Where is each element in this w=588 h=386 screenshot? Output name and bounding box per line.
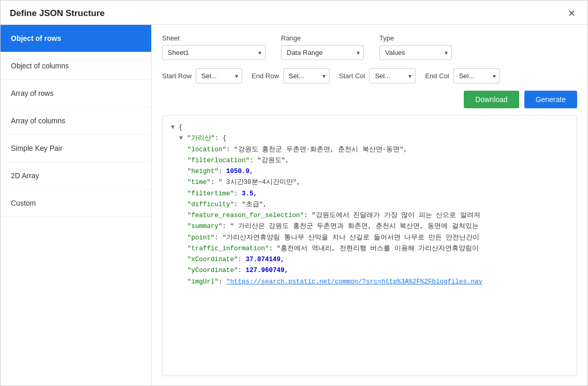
end-col-label: End Col [425,72,449,80]
json-line-summary: "summary": " 가리산은 강원도 홍천군 두촌면과 화촌면, 춘천시 … [171,221,568,232]
imgurl-link[interactable]: "https://search.pstatic.net/common/?src=… [226,278,482,285]
controls-row-1: Sheet Sheet1 ▾ Range Data Range [162,34,577,60]
toggle-root[interactable]: ▼ [171,124,179,131]
start-row-select[interactable]: Sel... [196,68,242,83]
range-select-wrapper: Data Range ▾ [281,45,364,60]
end-row-select-wrapper: Sel... ▾ [283,68,330,83]
action-row: Download Generate [162,91,577,108]
json-line-height: "height": 1050.9, [171,166,568,177]
range-select[interactable]: Data Range [281,45,364,60]
range-label: Range [281,34,364,42]
sheet-select-wrapper: Sheet1 ▾ [162,45,266,60]
json-line-time: "time": " 3시간30분~4시간미만", [171,177,568,188]
sheet-label: Sheet [162,34,266,42]
type-control-group: Type Values ▾ [379,34,452,60]
sidebar-item-object-of-columns[interactable]: Object of columns [1,52,151,80]
end-row-select[interactable]: Sel... [283,68,330,83]
json-line-filterlocation: "filterlocation": "강원도", [171,155,568,166]
dialog-title-bar: Define JSON Structure ✕ [1,1,587,25]
end-row-label: End Row [252,72,279,80]
sidebar-item-custom[interactable]: Custom [1,190,151,217]
json-line-xcoord: "xCoordinate": 37.874149, [171,254,568,265]
json-line-difficulty: "difficulty": "초급", [171,199,568,210]
json-line-location: "location": "강원도 홍천군 두촌면·화촌면, 춘천시 북산면·동면… [171,145,568,155]
toggle-garisan[interactable]: ▼ [179,135,187,142]
sidebar-item-array-of-rows[interactable]: Array of rows [1,80,151,107]
sidebar-item-simple-key-pair[interactable]: Simple Key Pair [1,135,151,162]
start-row-select-wrapper: Sel... ▾ [196,68,242,83]
generate-button[interactable]: Generate [524,91,577,108]
json-line-traffic: "traffic_information": "홍천에서 역내리, 천현리행 버… [171,244,568,254]
sheet-select[interactable]: Sheet1 [162,45,266,60]
type-select[interactable]: Values [379,45,452,60]
sidebar: Object of rows Object of columns Array o… [1,25,152,385]
range-row: Start Row Sel... ▾ End Row Sel... ▾ Star… [162,68,577,83]
start-row-label: Start Row [162,72,192,80]
json-line-ycoord: "yCoordinate": 127.960749, [171,265,568,276]
download-button[interactable]: Download [464,91,519,108]
json-viewer[interactable]: ▼ { ▼ "가리산": { "location": "강원도 홍천군 두촌면·… [162,116,577,376]
main-panel: Sheet Sheet1 ▾ Range Data Range [152,25,587,385]
sheet-control-group: Sheet Sheet1 ▾ [162,34,266,60]
type-label: Type [379,34,452,42]
json-line-garisan-key: ▼ "가리산": { [171,133,568,144]
dialog-title: Define JSON Structure [10,8,105,19]
json-line-point: "point": "가리산자연휴양림 통나무 산막을 지나 산길로 들어서면 나… [171,233,568,244]
close-button[interactable]: ✕ [565,8,578,19]
json-line-root: ▼ { [171,122,568,133]
start-col-select-wrapper: Sel... ▾ [369,68,416,83]
json-line-filtertime: "filtertime": 3.5, [171,189,568,199]
start-col-label: Start Col [339,72,365,80]
range-control-group: Range Data Range ▾ [281,34,364,60]
end-col-select[interactable]: Sel... [453,68,500,83]
dialog-body: Object of rows Object of columns Array o… [1,25,587,385]
start-col-select[interactable]: Sel... [369,68,416,83]
sidebar-item-array-of-columns[interactable]: Array of columns [1,107,151,135]
define-json-structure-dialog: Define JSON Structure ✕ Object of rows O… [0,0,588,386]
json-line-imgurl: "imgUrl": "https://search.pstatic.net/co… [171,277,568,288]
json-line-feature: "feature_reason_for_selection": "강원도에서 진… [171,210,568,221]
end-col-select-wrapper: Sel... ▾ [453,68,500,83]
type-select-wrapper: Values ▾ [379,45,452,60]
sidebar-item-object-of-rows[interactable]: Object of rows [1,25,151,52]
sidebar-item-2d-array[interactable]: 2D Array [1,162,151,190]
